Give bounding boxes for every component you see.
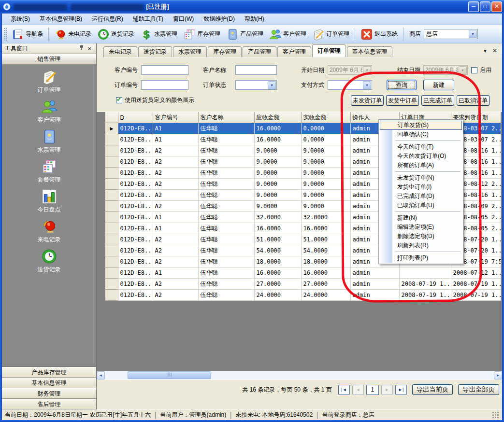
delivery-color-checkbox-box[interactable] xyxy=(116,97,122,103)
order-no-input[interactable] xyxy=(141,80,188,90)
sidebar-item-1[interactable]: 订单管理 xyxy=(2,69,96,98)
table-row-15[interactable]: 012D-E8...A2伍华聪27.000027.0000admin2008-0… xyxy=(105,279,501,290)
pay-method-select[interactable]: ▼ xyxy=(328,80,372,90)
context-menu-item-10[interactable]: 已完成订单(D) xyxy=(380,192,462,201)
tab-5[interactable]: 产品管理 xyxy=(243,46,276,57)
customer-name-input[interactable] xyxy=(235,65,277,75)
prev-page-button[interactable]: ◄ xyxy=(352,385,364,395)
enable-checkbox[interactable]: 启用 xyxy=(471,66,491,74)
context-menu-item-1[interactable]: 订单发货(S) xyxy=(380,121,462,130)
shop-select[interactable]: 总店▼ xyxy=(424,29,478,39)
sidebar-item-3[interactable]: 水票管理 xyxy=(2,128,96,158)
pin-icon[interactable] xyxy=(78,45,86,53)
menu-item-3[interactable]: 辅助工具(T) xyxy=(128,14,168,25)
col-receivable[interactable]: 应收金额 xyxy=(254,113,301,123)
next-page-button[interactable]: ► xyxy=(381,385,393,395)
context-menu-item-9[interactable]: 发货中订单(I) xyxy=(380,183,462,192)
context-menu-item-6[interactable]: 所有的订单(A) xyxy=(380,161,462,170)
tab-2[interactable]: 送货记录 xyxy=(138,46,172,57)
tab-7[interactable]: 订单管理 xyxy=(312,44,346,57)
page-number-input[interactable] xyxy=(366,385,379,395)
water-ticket-button[interactable]: $水票管理 xyxy=(138,27,180,42)
status-filter-button-3[interactable]: 已完成订单 xyxy=(421,95,454,106)
horizontal-scrollbar[interactable]: ◄ ► xyxy=(97,371,502,380)
tab-1[interactable]: 来电记录 xyxy=(103,46,137,57)
call-record-button[interactable]: 来电记录 xyxy=(52,27,94,42)
tab-close-icon[interactable]: ✕ xyxy=(492,47,497,54)
enable-checkbox-box[interactable] xyxy=(471,67,477,73)
col-id[interactable]: D xyxy=(118,113,153,123)
toolbar-grip[interactable] xyxy=(4,28,7,41)
close-button[interactable]: ✕ xyxy=(491,1,502,12)
menu-item-5[interactable]: 数据维护(D) xyxy=(199,14,240,25)
sidebar-group-3[interactable]: 财务管理 xyxy=(2,388,96,399)
delivery-record-button[interactable]: 送货记录 xyxy=(95,27,137,42)
sidebar-item-7[interactable]: 送货记录 xyxy=(2,248,96,278)
table-row-14[interactable]: 012D-E8...A1伍华聪16.000016.0000admin2008-0… xyxy=(105,267,501,279)
order-status-dropdown-icon[interactable]: ▼ xyxy=(268,81,276,89)
context-menu-item-2[interactable]: 回单确认(C) xyxy=(380,130,462,139)
sidebar-item-5[interactable]: 今日盘点 xyxy=(2,188,96,218)
menu-item-2[interactable]: 运行信息(R) xyxy=(87,14,128,25)
order-button[interactable]: 订单管理 xyxy=(310,27,352,42)
sidebar-group-1[interactable]: 产品库存管理 xyxy=(2,367,96,378)
first-page-button[interactable]: |◄ xyxy=(338,385,350,395)
query-button[interactable]: 查询 xyxy=(387,80,417,90)
context-menu-item-5[interactable]: 今天的发货订单(O) xyxy=(380,152,462,161)
customer-button[interactable]: 客户管理 xyxy=(267,27,309,42)
customer-no-input[interactable] xyxy=(141,65,188,75)
context-menu-item-18[interactable]: 打印列表(P) xyxy=(380,253,462,263)
col-received[interactable]: 实收金额 xyxy=(301,113,350,123)
last-page-button[interactable]: ►| xyxy=(395,385,407,395)
context-menu-item-11[interactable]: 已取消订单(U) xyxy=(380,201,462,210)
menu-item-6[interactable]: 帮助(H) xyxy=(240,14,269,25)
context-menu-item-8[interactable]: 未发货订单(N) xyxy=(380,173,462,183)
col-customer-name[interactable]: 客户名称 xyxy=(198,113,254,123)
delivery-color-checkbox[interactable]: 使用送货员定义的颜色展示 xyxy=(116,96,194,104)
sidebar-group-2[interactable]: 基本信息管理 xyxy=(2,378,96,388)
inventory-button[interactable]: 库存管理 xyxy=(181,27,223,42)
start-date-picker[interactable]: 2009年 6月 8日 ▼ xyxy=(328,65,372,75)
navigator-button[interactable]: 导航条 xyxy=(9,27,45,42)
col-customer-no[interactable]: 客户编号 xyxy=(153,113,198,123)
status-filter-button-4[interactable]: 已取消订单 xyxy=(457,95,490,106)
scrollbar-thumb[interactable] xyxy=(128,371,211,379)
sidebar-item-2[interactable]: 客户管理 xyxy=(2,98,96,128)
sidebar-item-4[interactable]: 套餐管理 xyxy=(2,158,96,188)
status-filter-button-2[interactable]: 发货中订单 xyxy=(386,95,419,106)
context-menu-item-4[interactable]: 今天的订单(T) xyxy=(380,142,462,152)
sidebar-section-sales[interactable]: 销售管理 xyxy=(2,54,96,65)
tab-8[interactable]: 基本信息管理 xyxy=(347,46,392,57)
context-menu-item-13[interactable]: 新建(N) xyxy=(380,213,462,223)
tab-6[interactable]: 客户管理 xyxy=(277,46,311,57)
context-menu-item-14[interactable]: 编辑选定项(E) xyxy=(380,223,462,232)
sidebar-item-6[interactable]: 来电记录 xyxy=(2,218,96,248)
context-menu-item-15[interactable]: 删除选定项(D) xyxy=(380,232,462,241)
shop-dropdown-icon[interactable]: ▼ xyxy=(469,30,477,38)
resize-grip[interactable] xyxy=(492,412,499,419)
tab-4[interactable]: 库存管理 xyxy=(208,46,242,57)
end-date-picker[interactable]: 2009年 6月 8日 ▼ xyxy=(423,65,468,75)
start-date-dropdown-icon[interactable]: ▼ xyxy=(363,66,371,74)
product-button[interactable]: 产品管理 xyxy=(224,27,266,42)
tool-window-close-icon[interactable]: ✕ xyxy=(86,45,93,53)
tab-dropdown-icon[interactable]: ▼ xyxy=(483,48,488,54)
scroll-right-icon[interactable]: ► xyxy=(494,371,502,380)
status-filter-button-1[interactable]: 未发货订单 xyxy=(351,95,384,106)
order-status-select[interactable]: ▼ xyxy=(235,80,277,90)
menu-item-0[interactable]: 系统(S) xyxy=(6,14,35,25)
scroll-left-icon[interactable]: ◄ xyxy=(97,371,105,380)
context-menu-item-16[interactable]: 刷新列表(R) xyxy=(380,241,462,250)
table-row-16[interactable]: 012D-E8...A2伍华聪24.000024.0000admin2008-0… xyxy=(105,290,501,301)
minimize-button[interactable]: ─ xyxy=(468,1,479,12)
pay-method-dropdown-icon[interactable]: ▼ xyxy=(363,81,371,89)
exit-button[interactable]: 退出系统 xyxy=(358,27,400,42)
sidebar-group-4[interactable]: 售后管理 xyxy=(2,399,96,409)
new-button[interactable]: 新建 xyxy=(423,80,454,90)
end-date-dropdown-icon[interactable]: ▼ xyxy=(459,66,467,74)
export-current-page-button[interactable]: 导出当前页 xyxy=(412,384,453,395)
maximize-button[interactable]: □ xyxy=(480,1,490,12)
menu-item-1[interactable]: 基本信息管理(B) xyxy=(35,14,87,25)
menu-item-4[interactable]: 窗口(W) xyxy=(168,14,199,25)
export-all-pages-button[interactable]: 导出全部页 xyxy=(458,384,499,395)
